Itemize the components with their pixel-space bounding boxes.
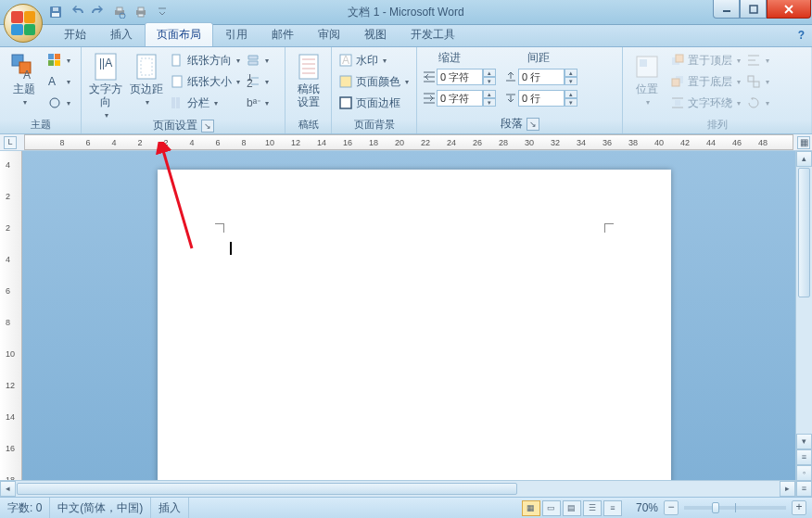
qat-save-icon[interactable]: [48, 5, 63, 19]
browse-next-button[interactable]: ≡: [796, 481, 812, 497]
themes-button[interactable]: A 主题▾: [5, 50, 44, 117]
scroll-right-button[interactable]: ▸: [780, 481, 795, 497]
qat-undo-icon[interactable]: [70, 5, 84, 19]
svg-rect-15: [55, 54, 60, 59]
align-button[interactable]: ▾: [744, 50, 771, 70]
ruler-toggle-button[interactable]: ▦: [797, 136, 810, 149]
tab-page-layout[interactable]: 页面布局: [145, 22, 213, 46]
view-draft[interactable]: ≡: [603, 500, 622, 516]
svg-rect-26: [171, 97, 175, 108]
status-word-count[interactable]: 字数: 0: [0, 498, 50, 518]
indent-left-input[interactable]: [437, 69, 483, 85]
draft-icon: [294, 52, 324, 82]
indent-right-up[interactable]: ▴: [483, 90, 496, 98]
paragraph-launcher[interactable]: ↘: [527, 118, 539, 131]
ribbon-tabs: 开始 插入 页面布局 引用 邮件 审阅 视图 开发工具 ?: [0, 25, 812, 47]
text-direction-icon: ||A: [91, 52, 121, 82]
space-before-up[interactable]: ▴: [565, 69, 577, 77]
svg-rect-10: [750, 6, 757, 13]
send-back-button[interactable]: 置于底层▾: [668, 71, 742, 92]
bring-front-button[interactable]: 置于顶层▾: [668, 50, 742, 70]
indent-right-input[interactable]: [437, 90, 483, 107]
vertical-ruler[interactable]: 4224681012141618: [0, 151, 22, 497]
indent-left-down[interactable]: ▾: [483, 77, 496, 85]
themes-icon: A: [9, 52, 39, 82]
rotate-button[interactable]: ▾: [744, 93, 771, 113]
browse-prev-button[interactable]: ≡: [796, 449, 812, 465]
tab-selector[interactable]: L: [4, 136, 17, 149]
maximize-button[interactable]: [740, 0, 767, 19]
select-browse-button[interactable]: ◦: [796, 465, 812, 481]
view-print-layout[interactable]: ▦: [522, 500, 540, 516]
close-button[interactable]: [767, 0, 811, 19]
scroll-left-button[interactable]: ◂: [0, 481, 16, 497]
indent-right-icon: [422, 91, 437, 106]
zoom-in-button[interactable]: +: [792, 500, 806, 515]
indent-left-up[interactable]: ▴: [483, 69, 496, 77]
tab-developer[interactable]: 开发工具: [399, 22, 467, 46]
group-paragraph-label: 段落: [501, 116, 523, 132]
zoom-thumb[interactable]: [712, 502, 719, 513]
vertical-scrollbar[interactable]: ▴ ▾ ≡ ◦ ≡: [795, 151, 812, 497]
zoom-slider[interactable]: [684, 506, 786, 510]
breaks-button[interactable]: ▾: [244, 50, 271, 70]
position-button[interactable]: 位置▾: [628, 50, 666, 117]
space-before-down[interactable]: ▾: [565, 77, 577, 85]
status-insert-mode[interactable]: 插入: [151, 498, 189, 518]
theme-colors-button[interactable]: ▾: [45, 50, 72, 70]
indent-right-down[interactable]: ▾: [483, 98, 496, 107]
space-after-down[interactable]: ▾: [565, 98, 577, 107]
horizontal-scrollbar[interactable]: ◂ ▸: [0, 480, 795, 497]
help-button[interactable]: ?: [798, 29, 805, 42]
orientation-button[interactable]: 纸张方向▾: [168, 50, 242, 70]
columns-button[interactable]: 分栏▾: [168, 93, 242, 113]
space-after-input[interactable]: [518, 90, 565, 107]
watermark-button[interactable]: A水印▾: [336, 50, 411, 70]
svg-rect-33: [299, 55, 318, 79]
qat-customize-icon[interactable]: [155, 5, 170, 19]
horizontal-ruler[interactable]: L 86422468101214161820222426283032343638…: [0, 134, 812, 151]
document-viewport[interactable]: [22, 151, 812, 497]
svg-rect-9: [723, 10, 730, 12]
zoom-out-button[interactable]: −: [664, 500, 679, 515]
tab-insert[interactable]: 插入: [98, 22, 145, 46]
page-size-button[interactable]: 纸张大小▾: [168, 71, 242, 92]
page-color-button[interactable]: 页面颜色▾: [336, 71, 411, 92]
margins-button[interactable]: 页边距▾: [127, 50, 166, 117]
office-button[interactable]: [4, 4, 43, 43]
line-numbers-button[interactable]: 12▾: [244, 71, 271, 92]
view-web-layout[interactable]: ▤: [563, 500, 581, 516]
qat-print-preview-icon[interactable]: [112, 5, 127, 19]
draft-settings-button[interactable]: 稿纸 设置: [290, 50, 326, 117]
view-full-screen[interactable]: ▭: [542, 500, 561, 516]
scroll-up-button[interactable]: ▴: [796, 151, 812, 167]
svg-rect-7: [138, 7, 144, 11]
text-direction-button[interactable]: ||A 文字方向▾: [86, 50, 125, 117]
vscroll-thumb[interactable]: [798, 168, 810, 297]
space-after-up[interactable]: ▴: [565, 90, 577, 98]
draft-label: 稿纸 设置: [298, 83, 320, 109]
space-before-input[interactable]: [518, 69, 565, 85]
minimize-button[interactable]: [713, 0, 740, 19]
tab-references[interactable]: 引用: [213, 22, 260, 46]
qat-quick-print-icon[interactable]: [133, 5, 148, 19]
position-label: 位置: [636, 83, 658, 96]
zoom-level[interactable]: 70%: [636, 501, 658, 514]
tab-mailings[interactable]: 邮件: [260, 22, 306, 46]
theme-fonts-button[interactable]: A▾: [45, 71, 72, 92]
hscroll-thumb[interactable]: [17, 483, 517, 495]
tab-view[interactable]: 视图: [352, 22, 399, 46]
qat-redo-icon[interactable]: [91, 5, 106, 19]
page-borders-button[interactable]: 页面边框: [336, 93, 411, 113]
tab-review[interactable]: 审阅: [306, 22, 352, 46]
theme-effects-button[interactable]: ▾: [45, 93, 72, 113]
view-outline[interactable]: ☰: [583, 500, 602, 516]
status-language[interactable]: 中文(简体，中国): [50, 498, 151, 518]
svg-text:bª⁻: bª⁻: [247, 96, 260, 109]
hyphenation-button[interactable]: bª⁻▾: [244, 93, 271, 113]
tab-home[interactable]: 开始: [52, 22, 98, 46]
group-button[interactable]: ▾: [744, 71, 771, 92]
scroll-down-button[interactable]: ▾: [796, 434, 812, 449]
text-wrap-button[interactable]: 文字环绕▾: [668, 93, 742, 113]
page-setup-launcher[interactable]: ↘: [201, 120, 214, 133]
